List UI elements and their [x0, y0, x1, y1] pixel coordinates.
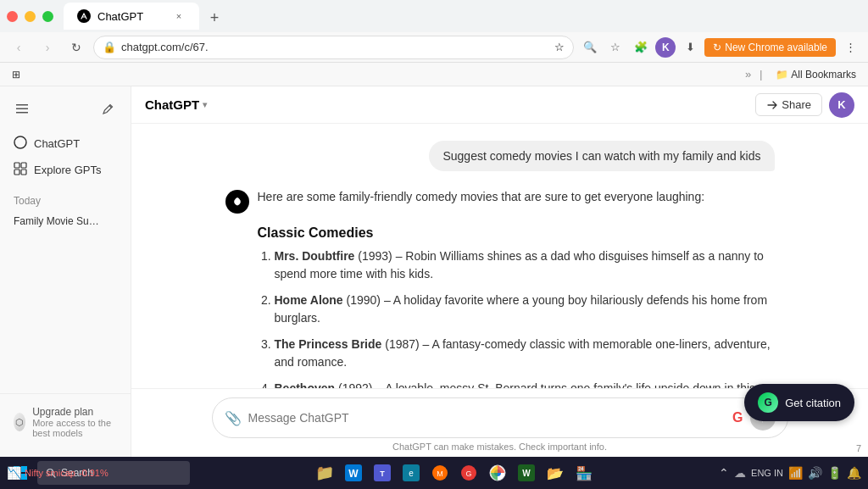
chat-title-text: ChatGPT [145, 97, 199, 112]
upgrade-plan-button[interactable]: ⬡ Upgrade plan More access to the best m… [10, 401, 120, 443]
sidebar: ChatGPT Explore GPTs Today Family Movie … [0, 86, 131, 457]
taskbar-app-1[interactable]: W [341, 460, 366, 486]
notification-icon[interactable]: 🔔 [847, 466, 861, 480]
folder-icon: 📁 [776, 69, 788, 81]
stock-down-icon: 📉 [7, 466, 21, 480]
svg-rect-2 [16, 108, 28, 110]
stock-change: -0.91% [79, 468, 108, 478]
reload-button[interactable]: ↻ [64, 36, 88, 59]
today-label: Today [0, 186, 131, 210]
history-item-label: Family Movie Suggestions [14, 215, 101, 227]
svg-text:W: W [348, 468, 359, 480]
address-bar[interactable]: 🔒 chatgpt.com/c/67. ☆ [93, 36, 574, 59]
taskbar-app-word[interactable]: W [514, 460, 539, 486]
sidebar-item-explore[interactable]: Explore GPTs [7, 157, 124, 183]
upgrade-title: Upgrade plan [32, 406, 117, 418]
citation-icon: G [758, 392, 778, 413]
chrome-update-label: New Chrome available [725, 42, 827, 53]
apps-bookmarks-button[interactable]: ⊞ [7, 67, 25, 82]
explore-icon [14, 162, 27, 178]
menu-icon[interactable]: ⋮ [839, 36, 861, 58]
all-bookmarks-label: All Bookmarks [791, 69, 856, 81]
share-button[interactable]: Share [755, 93, 822, 116]
svg-text:T: T [380, 470, 385, 478]
list-item: Beethoven (1992) – A lovable, messy St. … [275, 380, 775, 388]
update-icon: ↻ [713, 42, 721, 53]
chat-input-box: 📎 G ↑ [212, 397, 788, 438]
chrome-update-button[interactable]: ↻ New Chrome available [704, 38, 836, 57]
tab-favicon [77, 9, 91, 23]
svg-text:W: W [522, 469, 531, 478]
battery-icon[interactable]: 🔋 [827, 466, 842, 480]
svg-rect-8 [21, 169, 26, 175]
list-item: The Princess Bride (1987) – A fantasy-co… [275, 336, 775, 371]
forward-button[interactable]: › [36, 36, 59, 59]
tab-close-button[interactable]: × [172, 9, 186, 23]
svg-point-4 [14, 136, 26, 148]
get-citation-button[interactable]: G Get citation [744, 384, 854, 421]
chat-area[interactable]: Suggest comedy movies I can watch with m… [131, 124, 868, 388]
tab-title: ChatGPT [97, 10, 165, 23]
list-item: Home Alone (1990) – A holiday favorite w… [275, 292, 775, 327]
window-minimize-button[interactable] [25, 11, 36, 22]
taskbar-app-file[interactable]: 📁 [312, 460, 337, 486]
attach-button[interactable]: 📎 [225, 410, 242, 426]
history-item-family-movies[interactable]: Family Movie Suggestions ··· [7, 210, 124, 231]
share-label: Share [782, 98, 811, 111]
explore-label: Explore GPTs [34, 164, 101, 176]
all-bookmarks-item[interactable]: 📁 All Bookmarks [771, 67, 861, 82]
assistant-message: Here are some family-friendly comedy mov… [225, 188, 775, 388]
star-icon[interactable]: ☆ [554, 41, 565, 53]
classic-movies-list: Mrs. Doubtfire (1993) – Robin Williams s… [258, 247, 775, 388]
apps-icon: ⊞ [12, 69, 20, 81]
search-icon[interactable]: 🔍 [579, 36, 601, 58]
taskbar-app-edge[interactable]: e [398, 460, 424, 486]
svg-rect-7 [14, 169, 19, 175]
taskbar-app-circle1[interactable]: M [427, 460, 453, 486]
get-citation-label: Get citation [785, 397, 841, 409]
svg-rect-5 [14, 163, 19, 168]
taskbar-app-folder[interactable]: 📂 [542, 460, 568, 486]
new-chat-button[interactable] [97, 97, 120, 120]
taskbar-arrow-icon[interactable]: ⌃ [719, 466, 729, 480]
extensions-icon[interactable]: 🧩 [630, 36, 652, 58]
message-input[interactable] [248, 411, 726, 425]
user-bubble: Suggest comedy movies I can watch with m… [429, 141, 774, 171]
svg-rect-6 [21, 163, 26, 168]
upgrade-subtitle: More access to the best models [32, 418, 117, 438]
grammarly-button[interactable]: G [732, 410, 743, 425]
taskbar-app-chrome[interactable] [485, 460, 510, 486]
taskbar: Search 📁 W T e M G W [0, 457, 868, 489]
user-message: Suggest comedy movies I can watch with m… [225, 141, 775, 171]
profile-icon[interactable]: K [655, 37, 676, 58]
page-number: 7 [856, 443, 861, 453]
new-tab-button[interactable]: + [203, 6, 226, 30]
back-button[interactable]: ‹ [7, 36, 31, 59]
window-maximize-button[interactable] [42, 11, 53, 22]
svg-point-0 [77, 9, 91, 23]
taskbar-app-store[interactable]: 🏪 [571, 460, 597, 486]
svg-text:e: e [409, 469, 414, 478]
section1-title: Classic Comedies [258, 225, 775, 241]
stock-ticker: 📉 Nifty smicap -0.91% [0, 457, 115, 489]
taskbar-lang: ENG IN [751, 467, 783, 479]
taskbar-app-teams[interactable]: T [370, 460, 395, 486]
svg-text:M: M [437, 470, 443, 478]
window-close-button[interactable] [7, 11, 18, 22]
sidebar-item-chatgpt[interactable]: ChatGPT [7, 131, 124, 157]
taskbar-app-circle2[interactable]: G [456, 460, 481, 486]
download-icon[interactable]: ⬇ [679, 36, 701, 58]
stock-name: Nifty smicap [25, 468, 75, 478]
gpt-icon [225, 190, 249, 214]
star-bookmark-icon[interactable]: ☆ [604, 36, 626, 58]
chat-disclaimer: ChatGPT can make mistakes. Check importa… [392, 442, 607, 453]
sidebar-toggle-button[interactable] [10, 97, 34, 120]
lock-icon: 🔒 [103, 41, 116, 53]
user-avatar[interactable]: K [829, 92, 854, 118]
browser-tab[interactable]: ChatGPT × [64, 3, 199, 30]
wifi-icon[interactable]: 📶 [788, 466, 803, 480]
sound-icon[interactable]: 🔊 [808, 466, 822, 480]
chat-title[interactable]: ChatGPT ▾ [145, 97, 207, 112]
chat-title-chevron: ▾ [203, 100, 207, 109]
svg-rect-3 [16, 112, 28, 114]
